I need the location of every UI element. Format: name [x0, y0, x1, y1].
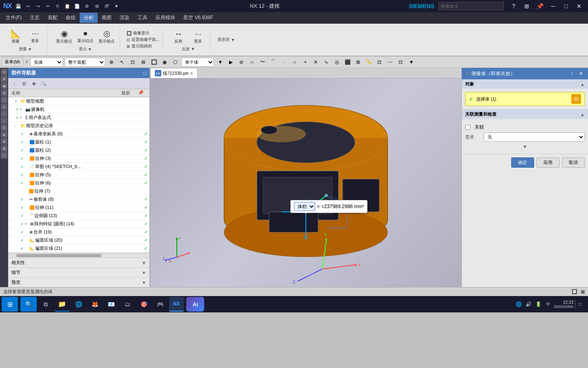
paste-icon[interactable]: 📋	[63, 2, 72, 11]
close-button[interactable]: ✕	[573, 2, 585, 10]
tree-item-offset20[interactable]: ✓ 📐 偏置区域 (20) ✓	[8, 236, 149, 245]
show-obstruction-btn[interactable]: ⊞ 显示阻碍的	[127, 43, 159, 49]
show-mirror-button[interactable]: ◎ 显示镜点	[97, 27, 116, 45]
solid3d-icon[interactable]: ⬡	[171, 58, 180, 67]
taskbar-app3[interactable]: 🗂	[120, 297, 135, 312]
dropdown-arrow[interactable]: ▼	[465, 143, 585, 150]
redo-icon[interactable]: ↪	[33, 2, 42, 11]
copy-icon[interactable]: ⎘	[53, 2, 62, 11]
reflection-more-button[interactable]: ··· 更多	[189, 28, 207, 45]
tree-item-cyl1[interactable]: ✓ 🟦 圆柱 (1) ✓	[8, 138, 149, 146]
taskbar-search[interactable]: 🔍	[20, 297, 37, 312]
solid-filter-select[interactable]: 实体	[30, 58, 63, 67]
tray-network-icon[interactable]: 🌐	[514, 300, 523, 308]
menu-m-button[interactable]: 菜单(M)	[2, 58, 23, 67]
tree-item-cyl2[interactable]: ✓ 🟦 圆柱 (2) ✓	[8, 146, 149, 155]
circle-icon[interactable]: ○	[290, 58, 299, 67]
sidebar-icon-8[interactable]: ⌂	[1, 117, 7, 124]
save-icon[interactable]: 💾	[14, 2, 23, 11]
associate-checkbox[interactable]	[465, 125, 470, 130]
search-input[interactable]	[439, 2, 504, 10]
status-icon-1[interactable]: 🔲	[572, 289, 577, 294]
tray-chinese-icon[interactable]: 中	[544, 300, 552, 308]
select-icon[interactable]: ↖	[118, 58, 127, 67]
view-switch-icon[interactable]: ⊞	[92, 2, 101, 11]
measure-check-header[interactable]: 关联测量和检查 ▲	[462, 110, 588, 119]
point-icon[interactable]: ·	[279, 58, 288, 67]
taskbar-app5[interactable]: 🎮	[153, 297, 167, 312]
mirror-display-btn[interactable]: 🔲 镜像显示	[127, 30, 159, 36]
tree-item-union19[interactable]: ✓ ⊕ 合并 (19) ✓	[8, 228, 149, 236]
undo-icon[interactable]: ↩	[24, 2, 33, 11]
tree-item-coord[interactable]: ✓ ⊕ 基准坐标系 (0) ✓	[8, 130, 149, 138]
tree-item-trim8[interactable]: ✓ ✂ 修剪体 (8) ✓	[8, 195, 149, 204]
arc-icon[interactable]: ⌒	[269, 58, 278, 67]
sidebar-icon-2[interactable]: ⊕	[1, 76, 7, 82]
menu-curve[interactable]: 曲线	[62, 13, 80, 23]
viewport-tab-item[interactable]: prt 练习2330.prt ✕	[150, 68, 198, 78]
tree-item-ext11[interactable]: ✓ 🟧 拉伸 (11) ✓	[8, 204, 149, 212]
tray-volume-icon[interactable]: 🔊	[524, 300, 532, 308]
taskbar-taskview[interactable]: ⧉	[38, 297, 53, 312]
nav-tool-1[interactable]: ↑	[10, 79, 19, 88]
sidebar-icon-4[interactable]: ⊞	[1, 90, 7, 96]
body-filter-select[interactable]: 单个体	[181, 58, 214, 67]
sidebar-icon-9[interactable]: ⊡	[1, 124, 7, 131]
curve-icon[interactable]: ∩	[247, 58, 256, 67]
tree-item-ext7[interactable]: 🟧 拉伸 (7)	[8, 187, 149, 195]
reflection-dropdown[interactable]: 反射 ▼	[182, 46, 195, 52]
pattern-icon[interactable]: ⊞	[354, 58, 363, 67]
taskbar-firefox[interactable]: 🦊	[87, 297, 102, 312]
menu-assembly[interactable]: 装配	[44, 13, 62, 23]
help-button[interactable]: ?	[508, 2, 519, 10]
volume-type-select[interactable]: 体积	[294, 202, 315, 211]
sidebar-icon-11[interactable]: ⊕	[1, 138, 7, 145]
tree-item-sketch4[interactable]: ✓ 📄 草图 (4) *SKETCH_0... ✓	[8, 163, 149, 171]
cross-icon[interactable]: ✕	[311, 58, 320, 67]
tree-item-history[interactable]: - 📁 模型历史记录	[8, 122, 149, 130]
preview-section[interactable]: 预览 ▼	[8, 277, 149, 287]
line-icon[interactable]: ⊘	[237, 58, 246, 67]
sidebar-icon-13[interactable]: ⬡	[1, 152, 7, 159]
tab-close-button[interactable]: ✕	[190, 71, 193, 76]
dimension-icon[interactable]: ⊡	[375, 58, 384, 67]
apply-button[interactable]: 应用	[537, 157, 559, 168]
tree-item-model-view[interactable]: + 📁 模型视图	[8, 97, 149, 105]
taskbar-edge[interactable]: 🌐	[71, 297, 86, 312]
display-dropdown[interactable]: 显示 ▼	[79, 46, 92, 52]
cut-icon[interactable]: ✂	[43, 2, 52, 11]
assembly-filter-select[interactable]: 整个装配	[65, 58, 105, 67]
detail-section[interactable]: 细节 ▼	[8, 267, 149, 277]
menu-appmodule[interactable]: 应用模块	[151, 13, 179, 23]
nav-tool-2[interactable]: ⊡	[20, 79, 29, 88]
ai-button[interactable]: Ai	[186, 297, 204, 312]
clock-area[interactable]: 22:33 2023/10/NX	[554, 300, 573, 309]
right-icons2[interactable]: ▼	[407, 58, 416, 67]
nav-tool-4[interactable]: 🔍	[39, 79, 48, 88]
nav-expand-icon[interactable]: □	[143, 70, 146, 76]
tree-item-user-expr[interactable]: ✓ + Σ 用户表达式	[8, 114, 149, 122]
show-desktop-icon[interactable]: □	[575, 300, 583, 308]
settings-icon[interactable]: ⚙	[82, 2, 91, 11]
custom-button[interactable]: ⊞	[521, 2, 532, 10]
menu-star[interactable]: 星空 V6.936F	[179, 13, 217, 23]
sidebar-icon-10[interactable]: ◈	[1, 131, 7, 138]
sketch-icon[interactable]: ∿	[322, 58, 331, 67]
tree-item-edge13[interactable]: ✓ ⌒ 边倒圆 (13) ✓	[8, 212, 149, 220]
menu-tools[interactable]: 工具	[134, 13, 151, 23]
snap-icon[interactable]: ⊕	[107, 58, 116, 67]
tree-item-camera[interactable]: ✓ + 📷 摄像机	[8, 105, 149, 114]
set-mirror-plane-btn[interactable]: ⊡ 设置镜像平面...	[127, 36, 159, 43]
requirement-select[interactable]: 无	[484, 132, 585, 141]
relevance-section[interactable]: 相关性 ▼	[8, 258, 149, 267]
shapes-dropdown[interactable]: 图形状 ▼	[218, 37, 235, 43]
filter-icon[interactable]: ⊞	[139, 58, 148, 67]
menu-analysis[interactable]: 分析	[80, 13, 98, 23]
sidebar-icon-12[interactable]: ⊞	[1, 145, 7, 152]
nav-arrows[interactable]: ▶	[226, 58, 235, 67]
show-nodes-button[interactable]: ● 显示结点	[76, 27, 95, 45]
filter2-dropdown[interactable]: ▼	[216, 58, 225, 67]
sidebar-icon-3[interactable]: ◉	[1, 83, 7, 89]
viewport-content[interactable]: X Y Z	[150, 79, 461, 287]
window-menu-icon[interactable]: ▼	[112, 2, 121, 11]
